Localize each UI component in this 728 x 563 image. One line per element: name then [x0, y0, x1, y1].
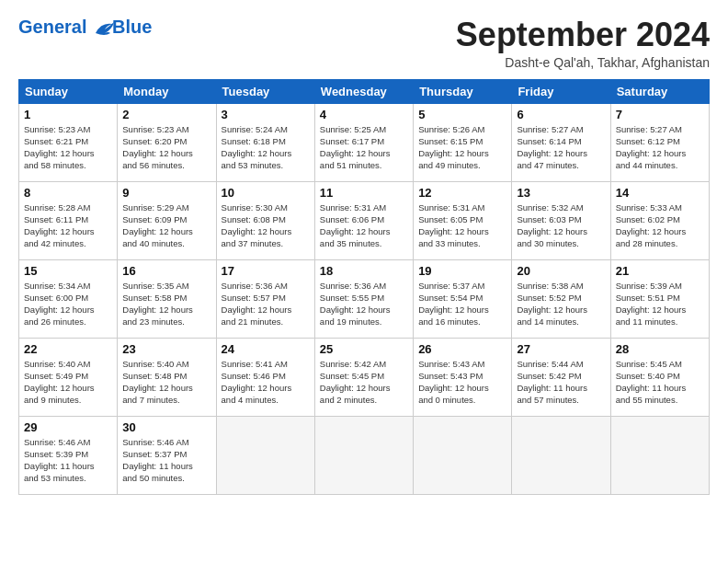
calendar-cell: 28Sunrise: 5:45 AM Sunset: 5:40 PM Dayli…: [610, 338, 709, 416]
day-info: Sunrise: 5:42 AM Sunset: 5:45 PM Dayligh…: [320, 358, 408, 407]
calendar-cell: 25Sunrise: 5:42 AM Sunset: 5:45 PM Dayli…: [314, 338, 413, 416]
day-number: 2: [122, 108, 210, 121]
calendar-cell: 6Sunrise: 5:27 AM Sunset: 6:14 PM Daylig…: [512, 103, 610, 181]
day-info: Sunrise: 5:38 AM Sunset: 5:52 PM Dayligh…: [517, 280, 605, 328]
calendar-cell: [216, 416, 314, 494]
day-info: Sunrise: 5:43 AM Sunset: 5:43 PM Dayligh…: [418, 358, 506, 407]
day-info: Sunrise: 5:35 AM Sunset: 5:58 PM Dayligh…: [122, 280, 210, 328]
day-number: 11: [320, 186, 408, 200]
day-info: Sunrise: 5:40 AM Sunset: 5:48 PM Dayligh…: [122, 358, 210, 407]
calendar-cell: [414, 416, 512, 494]
day-number: 17: [222, 264, 310, 278]
calendar-cell: 24Sunrise: 5:41 AM Sunset: 5:46 PM Dayli…: [216, 338, 314, 416]
calendar-cell: 4Sunrise: 5:25 AM Sunset: 6:17 PM Daylig…: [314, 103, 413, 181]
calendar-header-row: Sunday Monday Tuesday Wednesday Thursday…: [19, 79, 710, 103]
day-number: 7: [616, 108, 704, 121]
calendar-cell: 15Sunrise: 5:34 AM Sunset: 6:00 PM Dayli…: [19, 259, 118, 338]
calendar-cell: 16Sunrise: 5:35 AM Sunset: 5:58 PM Dayli…: [118, 259, 216, 338]
day-number: 30: [122, 420, 210, 434]
day-number: 21: [616, 264, 704, 278]
day-number: 23: [122, 342, 210, 356]
day-info: Sunrise: 5:45 AM Sunset: 5:40 PM Dayligh…: [616, 358, 704, 407]
day-number: 24: [222, 342, 310, 356]
day-info: Sunrise: 5:23 AM Sunset: 6:20 PM Dayligh…: [122, 123, 210, 172]
day-number: 29: [24, 420, 112, 434]
day-number: 19: [418, 264, 506, 278]
col-thursday: Thursday: [414, 79, 512, 103]
day-number: 6: [517, 108, 605, 121]
day-number: 3: [222, 108, 310, 121]
calendar-cell: 9Sunrise: 5:29 AM Sunset: 6:09 PM Daylig…: [118, 181, 216, 259]
col-friday: Friday: [512, 79, 610, 103]
col-wednesday: Wednesday: [314, 79, 413, 103]
day-number: 28: [616, 342, 704, 356]
header: General Blue September 2024 Dasht-e Qal'…: [18, 17, 710, 70]
calendar-cell: 11Sunrise: 5:31 AM Sunset: 6:06 PM Dayli…: [314, 181, 413, 259]
day-info: Sunrise: 5:32 AM Sunset: 6:03 PM Dayligh…: [517, 201, 605, 250]
day-number: 10: [222, 186, 310, 200]
calendar-cell: 17Sunrise: 5:36 AM Sunset: 5:57 PM Dayli…: [216, 259, 314, 338]
logo-blue: Blue: [112, 17, 152, 37]
logo-general: General: [18, 17, 86, 37]
day-info: Sunrise: 5:40 AM Sunset: 5:49 PM Dayligh…: [24, 358, 112, 407]
col-monday: Monday: [118, 79, 216, 103]
calendar-cell: 13Sunrise: 5:32 AM Sunset: 6:03 PM Dayli…: [512, 181, 610, 259]
day-info: Sunrise: 5:27 AM Sunset: 6:14 PM Dayligh…: [517, 123, 605, 172]
calendar-cell: 8Sunrise: 5:28 AM Sunset: 6:11 PM Daylig…: [19, 181, 118, 259]
day-number: 20: [517, 264, 605, 278]
day-info: Sunrise: 5:31 AM Sunset: 6:06 PM Dayligh…: [320, 201, 408, 250]
day-number: 15: [24, 264, 112, 278]
day-number: 12: [418, 186, 506, 200]
day-info: Sunrise: 5:24 AM Sunset: 6:18 PM Dayligh…: [222, 123, 310, 172]
calendar-cell: 5Sunrise: 5:26 AM Sunset: 6:15 PM Daylig…: [414, 103, 512, 181]
day-number: 26: [418, 342, 506, 356]
day-number: 9: [122, 186, 210, 200]
day-number: 27: [517, 342, 605, 356]
page: General Blue September 2024 Dasht-e Qal'…: [0, 0, 728, 504]
location-subtitle: Dasht-e Qal'ah, Takhar, Afghanistan: [456, 55, 710, 70]
calendar-cell: 29Sunrise: 5:46 AM Sunset: 5:39 PM Dayli…: [19, 416, 118, 494]
month-title: September 2024: [456, 17, 710, 53]
calendar-cell: 7Sunrise: 5:27 AM Sunset: 6:12 PM Daylig…: [610, 103, 709, 181]
day-info: Sunrise: 5:46 AM Sunset: 5:37 PM Dayligh…: [122, 436, 210, 485]
calendar-cell: 23Sunrise: 5:40 AM Sunset: 5:48 PM Dayli…: [118, 338, 216, 416]
calendar-cell: 14Sunrise: 5:33 AM Sunset: 6:02 PM Dayli…: [610, 181, 709, 259]
day-number: 25: [320, 342, 408, 356]
logo: General Blue: [18, 17, 152, 37]
day-info: Sunrise: 5:29 AM Sunset: 6:09 PM Dayligh…: [122, 201, 210, 250]
calendar-cell: 22Sunrise: 5:40 AM Sunset: 5:49 PM Dayli…: [19, 338, 118, 416]
day-info: Sunrise: 5:27 AM Sunset: 6:12 PM Dayligh…: [616, 123, 704, 172]
calendar-week-row: 1Sunrise: 5:23 AM Sunset: 6:21 PM Daylig…: [19, 103, 710, 181]
day-info: Sunrise: 5:44 AM Sunset: 5:42 PM Dayligh…: [517, 358, 605, 407]
day-number: 13: [517, 186, 605, 200]
col-saturday: Saturday: [610, 79, 709, 103]
day-number: 22: [24, 342, 112, 356]
day-info: Sunrise: 5:41 AM Sunset: 5:46 PM Dayligh…: [222, 358, 310, 407]
day-info: Sunrise: 5:36 AM Sunset: 5:57 PM Dayligh…: [222, 280, 310, 328]
calendar-cell: 2Sunrise: 5:23 AM Sunset: 6:20 PM Daylig…: [118, 103, 216, 181]
day-number: 5: [418, 108, 506, 121]
day-info: Sunrise: 5:23 AM Sunset: 6:21 PM Dayligh…: [24, 123, 112, 172]
day-info: Sunrise: 5:36 AM Sunset: 5:55 PM Dayligh…: [320, 280, 408, 328]
day-info: Sunrise: 5:25 AM Sunset: 6:17 PM Dayligh…: [320, 123, 408, 172]
day-number: 8: [24, 186, 112, 200]
day-info: Sunrise: 5:46 AM Sunset: 5:39 PM Dayligh…: [24, 436, 112, 485]
day-info: Sunrise: 5:37 AM Sunset: 5:54 PM Dayligh…: [418, 280, 506, 328]
day-number: 4: [320, 108, 408, 121]
calendar-cell: 21Sunrise: 5:39 AM Sunset: 5:51 PM Dayli…: [610, 259, 709, 338]
calendar-cell: [512, 416, 610, 494]
calendar-table: Sunday Monday Tuesday Wednesday Thursday…: [18, 79, 710, 495]
calendar-cell: 19Sunrise: 5:37 AM Sunset: 5:54 PM Dayli…: [414, 259, 512, 338]
calendar-cell: [610, 416, 709, 494]
day-number: 16: [122, 264, 210, 278]
day-info: Sunrise: 5:30 AM Sunset: 6:08 PM Dayligh…: [222, 201, 310, 250]
calendar-cell: 18Sunrise: 5:36 AM Sunset: 5:55 PM Dayli…: [314, 259, 413, 338]
calendar-week-row: 8Sunrise: 5:28 AM Sunset: 6:11 PM Daylig…: [19, 181, 710, 259]
day-info: Sunrise: 5:28 AM Sunset: 6:11 PM Dayligh…: [24, 201, 112, 250]
logo-bird-icon: [94, 20, 114, 37]
day-info: Sunrise: 5:26 AM Sunset: 6:15 PM Dayligh…: [418, 123, 506, 172]
day-number: 1: [24, 108, 112, 121]
day-info: Sunrise: 5:39 AM Sunset: 5:51 PM Dayligh…: [616, 280, 704, 328]
calendar-week-row: 29Sunrise: 5:46 AM Sunset: 5:39 PM Dayli…: [19, 416, 710, 494]
calendar-week-row: 22Sunrise: 5:40 AM Sunset: 5:49 PM Dayli…: [19, 338, 710, 416]
